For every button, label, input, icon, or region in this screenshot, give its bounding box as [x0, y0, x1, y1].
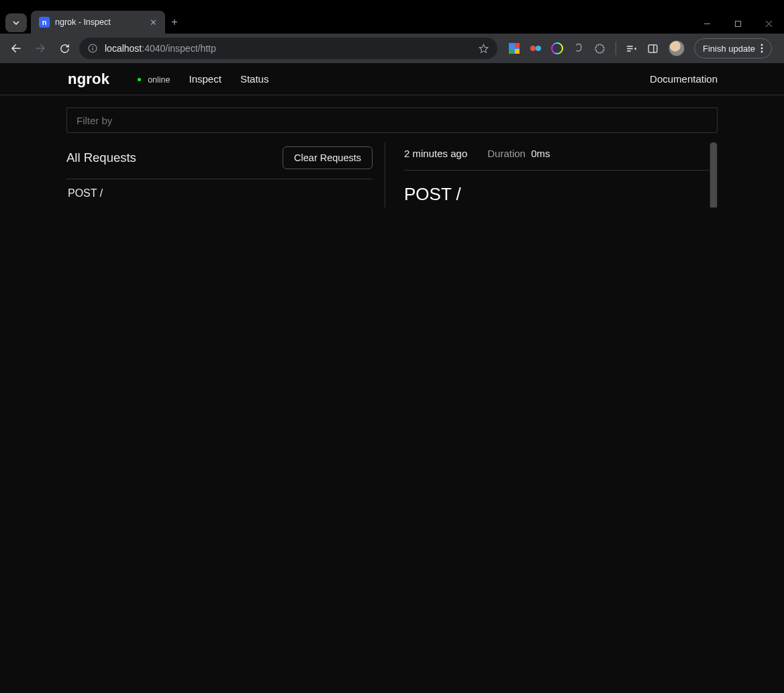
all-requests-heading: All Requests	[66, 150, 136, 165]
maximize-button[interactable]	[722, 13, 753, 34]
duration-label: Duration	[487, 148, 526, 159]
profile-avatar[interactable]	[669, 40, 685, 56]
svg-rect-4	[509, 49, 513, 54]
kebab-icon	[761, 44, 763, 53]
brand-logo[interactable]: ngrok	[68, 71, 109, 88]
address-bar[interactable]: localhost:4040/inspect/http	[79, 38, 497, 59]
bookmark-icon[interactable]	[478, 43, 489, 54]
page-content: ngrok online Inspect Status Documentatio…	[0, 63, 784, 693]
arrow-left-icon	[10, 42, 22, 54]
finish-update-button[interactable]: Finish update	[694, 38, 772, 58]
browser-toolbar: localhost:4040/inspect/http Finish updat…	[0, 34, 784, 63]
svg-point-12	[761, 51, 763, 53]
tab-title: ngrok - Inspect	[55, 17, 144, 27]
request-list-panel: All Requests Clear Requests POST /	[66, 142, 373, 207]
request-title: POST /	[404, 184, 718, 205]
browser-tabstrip: n ngrok - Inspect ✕ +	[0, 9, 784, 34]
request-detail-panel: 2 minutes ago Duration 0ms POST / Summar…	[404, 142, 718, 207]
nav-inspect[interactable]: Inspect	[189, 73, 222, 85]
svg-rect-5	[515, 49, 520, 54]
svg-point-11	[761, 48, 763, 50]
side-panel-icon[interactable]	[647, 42, 659, 54]
request-time: 2 minutes ago	[404, 148, 467, 159]
ngrok-favicon: n	[39, 17, 50, 28]
svg-rect-0	[735, 21, 740, 26]
filter-input[interactable]	[66, 107, 718, 133]
finish-update-label: Finish update	[703, 44, 755, 54]
reload-icon	[59, 43, 70, 54]
svg-point-7	[536, 46, 541, 51]
extensions-menu-icon[interactable]	[594, 42, 606, 54]
scrollbar-thumb[interactable]	[710, 142, 717, 207]
app-nav: ngrok online Inspect Status Documentatio…	[0, 63, 784, 95]
site-info-icon[interactable]	[87, 43, 98, 54]
extension-icon-4[interactable]	[573, 42, 585, 54]
media-control-icon[interactable]	[626, 42, 638, 54]
toolbar-icons: Finish update	[503, 38, 777, 58]
request-method: POST	[68, 187, 97, 199]
tab-search-dropdown[interactable]	[5, 13, 27, 32]
browser-tab[interactable]: n ngrok - Inspect ✕	[31, 11, 165, 34]
svg-rect-3	[515, 43, 520, 48]
extension-icon-2[interactable]	[530, 42, 542, 54]
minimize-button[interactable]	[691, 13, 722, 34]
extension-icon-1[interactable]	[508, 42, 520, 54]
forward-button[interactable]	[31, 39, 50, 58]
svg-point-6	[530, 46, 536, 51]
duration-value: 0ms	[531, 148, 550, 159]
svg-point-8	[552, 43, 562, 54]
svg-point-10	[761, 44, 763, 46]
window-titlebar	[0, 0, 784, 9]
detail-scroll[interactable]: 2 minutes ago Duration 0ms POST / Summar…	[404, 142, 718, 207]
request-row[interactable]: POST /	[66, 179, 373, 207]
status-dot-icon	[138, 78, 141, 81]
nav-documentation[interactable]: Documentation	[650, 73, 718, 85]
arrow-right-icon	[34, 42, 46, 54]
panel-divider	[385, 142, 385, 207]
window-close-button[interactable]	[753, 13, 784, 34]
new-tab-button[interactable]: +	[165, 11, 184, 34]
extension-icon-3[interactable]	[551, 42, 563, 54]
nav-status[interactable]: Status	[240, 73, 269, 85]
reload-button[interactable]	[55, 39, 74, 58]
request-path: /	[100, 187, 103, 199]
window-controls	[691, 13, 784, 34]
clear-requests-button[interactable]: Clear Requests	[283, 146, 373, 169]
scrollbar-track[interactable]	[709, 142, 718, 207]
url-text: localhost:4040/inspect/http	[105, 43, 216, 54]
chevron-down-icon	[12, 19, 20, 27]
svg-rect-9	[649, 44, 658, 52]
status-indicator: online	[128, 73, 170, 85]
back-button[interactable]	[7, 39, 26, 58]
toolbar-divider	[616, 42, 616, 55]
close-icon[interactable]: ✕	[150, 17, 157, 28]
